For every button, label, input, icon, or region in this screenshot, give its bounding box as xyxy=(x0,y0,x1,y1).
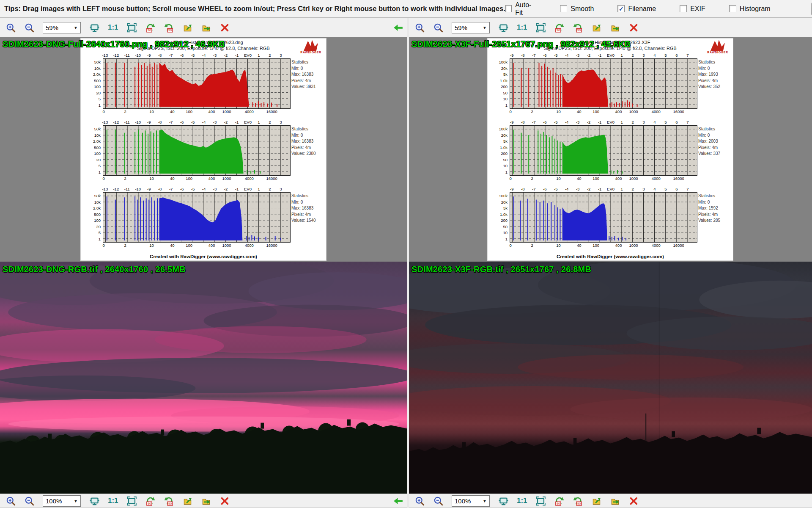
copy-image-right-icon[interactable] xyxy=(610,496,620,506)
checkbox-auto-fit[interactable]: Auto-Fit xyxy=(505,1,536,17)
fit-screen-icon[interactable] xyxy=(127,22,137,33)
fit-screen-icon[interactable] xyxy=(536,22,546,33)
one-to-one-button[interactable]: 1:1 xyxy=(517,22,527,33)
filename-checkbox-icon[interactable]: ✓ xyxy=(617,5,625,12)
close-image-icon[interactable] xyxy=(629,22,639,33)
copy-image-left-icon[interactable] xyxy=(183,22,193,33)
stat-line: Pixels: 4m xyxy=(698,78,730,84)
stat-line: Statistics xyxy=(698,193,730,199)
stat-line: Min: 0 xyxy=(698,66,730,72)
fit-window-icon[interactable] xyxy=(498,496,508,506)
tips-bar: Tips: Drag images with LEFT mouse button… xyxy=(0,0,812,18)
one-to-one-button[interactable]: 1:1 xyxy=(108,496,118,506)
stat-line: Max: 16383 xyxy=(291,205,324,212)
copy-image-right-icon[interactable] xyxy=(201,496,211,506)
checkbox-filename[interactable]: ✓ Filename xyxy=(617,5,656,13)
zoom-out-icon[interactable] xyxy=(433,22,443,33)
ev-tick-label: EV0 xyxy=(607,53,614,58)
x-tick-label: 400 xyxy=(208,176,215,181)
photo-art-right xyxy=(409,262,812,494)
ev-tick-label: -10 xyxy=(135,53,141,58)
zoom-level-select[interactable]: 100%▼ xyxy=(452,495,490,507)
rotate-right-90-icon[interactable] xyxy=(573,496,583,506)
rawdigger-flame-icon xyxy=(710,40,725,51)
x-tick-label: 40 xyxy=(577,176,582,181)
zoom-level-select[interactable]: 59%▼ xyxy=(452,22,490,33)
rotate-left-90-icon[interactable] xyxy=(145,22,156,33)
checkbox-histogram[interactable]: Histogram xyxy=(729,5,771,13)
x-tick-label: 1000 xyxy=(629,109,638,114)
fit-window-icon[interactable] xyxy=(89,496,99,506)
ev-tick-label: 5 xyxy=(664,53,667,58)
x-tick-label: 0 xyxy=(103,243,105,248)
copy-image-left-icon[interactable] xyxy=(183,496,193,506)
one-to-one-button[interactable]: 1:1 xyxy=(517,496,527,506)
close-image-icon[interactable] xyxy=(220,22,230,33)
photo-dng-rgb[interactable] xyxy=(0,262,407,494)
zoom-out-icon[interactable] xyxy=(433,496,443,506)
fit-screen-icon[interactable] xyxy=(127,496,137,506)
checkbox-smooth[interactable]: Smooth xyxy=(560,5,594,13)
auto-fit-checkbox-icon[interactable] xyxy=(505,5,512,12)
x-tick-label: 0 xyxy=(510,176,512,181)
one-to-one-button[interactable]: 1:1 xyxy=(108,22,118,33)
histogram-image-x3f[interactable]: RawDigger Histogram: SDIM2623.X3F Sigma … xyxy=(487,38,733,261)
y-tick-label: 1 xyxy=(505,169,508,174)
rotate-left-90-icon[interactable] xyxy=(554,22,565,33)
zoom-level-select[interactable]: 59%▼ xyxy=(43,22,81,33)
ev-tick-label: EV0 xyxy=(607,187,614,191)
ev-tick-label: -8 xyxy=(521,53,524,58)
ev-tick-label: -7 xyxy=(169,120,173,124)
rotate-right-90-icon[interactable] xyxy=(573,22,583,33)
y-tick-label: 2.0k xyxy=(93,72,101,77)
ev-axis: -9-8-7-6-5-4-3-2-1EV01234567 xyxy=(510,53,697,58)
zoom-out-icon[interactable] xyxy=(24,496,34,506)
x-tick-label: 16000 xyxy=(266,176,277,181)
x-tick-label: 0 xyxy=(103,109,105,114)
copy-image-right-icon[interactable] xyxy=(610,22,620,33)
swap-pane-arrow-icon[interactable] xyxy=(393,496,403,506)
ev-tick-label: 7 xyxy=(686,53,689,58)
fit-window-icon[interactable] xyxy=(89,22,99,33)
rotate-right-90-icon[interactable] xyxy=(164,22,174,33)
smooth-checkbox-icon[interactable] xyxy=(560,5,567,12)
copy-image-left-icon[interactable] xyxy=(592,22,602,33)
zoom-level-select[interactable]: 100%▼ xyxy=(43,495,81,507)
histogram-checkbox-icon[interactable] xyxy=(729,5,736,12)
fit-window-icon[interactable] xyxy=(498,22,508,33)
ev-tick-label: -6 xyxy=(543,120,546,124)
ev-tick-label: -7 xyxy=(532,120,535,124)
ev-tick-label: -1 xyxy=(235,53,239,58)
x-tick-label: 4000 xyxy=(245,243,254,248)
close-image-icon[interactable] xyxy=(220,496,230,506)
fit-screen-icon[interactable] xyxy=(536,496,546,506)
copy-image-left-icon[interactable] xyxy=(592,496,602,506)
zoom-in-icon[interactable] xyxy=(414,496,425,506)
zoom-in-icon[interactable] xyxy=(5,22,16,33)
rotate-left-90-icon[interactable] xyxy=(145,496,156,506)
close-image-icon[interactable] xyxy=(629,496,639,506)
photo-x3f-rgb[interactable] xyxy=(409,262,812,494)
rawdigger-flame-icon xyxy=(304,40,318,51)
y-tick-label: 10k xyxy=(94,66,101,70)
y-tick-label: 20 xyxy=(96,90,101,95)
copy-image-right-icon[interactable] xyxy=(201,22,211,33)
rotate-right-90-icon[interactable] xyxy=(164,496,174,506)
zoom-out-icon[interactable] xyxy=(24,22,34,33)
auto-fit-label: Auto-Fit xyxy=(515,1,536,17)
zoom-in-icon[interactable] xyxy=(414,22,425,33)
dropdown-caret-icon: ▼ xyxy=(483,25,487,30)
ev-tick-label: -8 xyxy=(521,120,524,124)
rotate-left-90-icon[interactable] xyxy=(554,496,565,506)
exif-checkbox-icon[interactable] xyxy=(680,5,687,12)
checkbox-exif[interactable]: EXIF xyxy=(680,5,705,13)
histogram-image-dng[interactable]: RawDigger Histogram: SDIM2623.dng Sigma … xyxy=(80,38,326,261)
swap-pane-arrow-icon[interactable] xyxy=(393,22,403,33)
x-tick-label: 4000 xyxy=(652,176,661,181)
zoom-in-icon[interactable] xyxy=(5,496,16,506)
ev-tick-label: 2 xyxy=(269,187,271,191)
raw-value-axis: 0210401004001000400016000 xyxy=(103,243,291,248)
y-tick-label: 20 xyxy=(96,224,101,229)
ev-tick-label: EV0 xyxy=(244,187,252,191)
stat-line: Max: 2003 xyxy=(698,138,730,145)
